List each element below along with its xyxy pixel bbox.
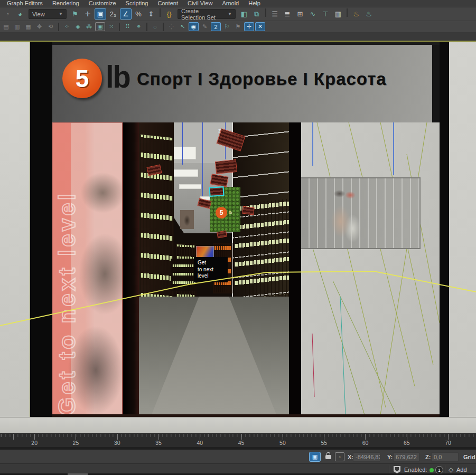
perspective-viewport[interactable]: 5 lb Спорт I Здоровье I Красота Get to n… [0, 41, 476, 433]
separator [163, 23, 164, 31]
snap-2d-icon[interactable]: 2 [211, 22, 221, 31]
menu-item[interactable]: Rendering [48, 0, 84, 7]
percent-snap-icon[interactable]: % [133, 8, 144, 20]
menu-item[interactable]: Graph Editors [2, 0, 48, 7]
scene-clock-icon[interactable]: ◕ [14, 8, 26, 20]
selection-lock-icon[interactable] [325, 455, 331, 459]
edit-poly-icon[interactable]: ▤ [1, 22, 11, 31]
menu-item[interactable]: Scripting [121, 0, 153, 7]
time-config-icon[interactable]: ◔ [2, 8, 13, 20]
gizmo-toggle-icon[interactable]: ◈ [73, 22, 83, 31]
enabled-label: Enabled: [404, 467, 427, 473]
3ds-max-window: Graph EditorsRenderingCustomizeScripting… [0, 0, 476, 475]
separator [58, 23, 59, 31]
divider [389, 466, 389, 473]
mirror-icon[interactable]: ◧ [238, 8, 250, 20]
cluster-select-icon[interactable]: ⁙ [106, 22, 116, 31]
scene-explorer-icon[interactable]: ☰ [269, 8, 281, 20]
draw-line-icon[interactable]: ✎ [200, 22, 210, 31]
timeline-label: 35 [138, 440, 179, 446]
snap-grid-icon[interactable]: ⁛ [166, 22, 176, 31]
snaps-toggle-icon[interactable]: 2₅ [107, 8, 119, 20]
select-region-icon[interactable]: ▣ [95, 22, 105, 31]
flag-outline-icon[interactable]: ⚐ [222, 22, 232, 31]
grid-points-icon[interactable]: ⠿ [123, 22, 133, 31]
separator [265, 8, 266, 17]
separator [347, 8, 348, 17]
flag-filled-icon[interactable]: ⚑ [233, 22, 243, 31]
chevron-down-icon: ▼ [59, 12, 63, 16]
modifier-tools-icon[interactable]: ▦ [23, 22, 33, 31]
y-coord-label: Y: [387, 454, 393, 460]
separator [160, 8, 161, 17]
y-coord-field[interactable]: 679,622 [393, 452, 419, 462]
select-and-move-icon[interactable]: ✛ [82, 8, 94, 20]
menu-bar: Graph EditorsRenderingCustomizeScripting… [0, 0, 476, 7]
timeline-label: 45 [220, 440, 262, 446]
timeline-label: 30 [97, 440, 138, 446]
timeline-label: 65 [386, 440, 427, 446]
pick-cursor-icon[interactable]: ↖ [178, 22, 188, 31]
separator [119, 23, 120, 31]
soft-selection-icon[interactable]: ⁘ [62, 22, 72, 31]
menu-item[interactable]: Civil View [183, 0, 217, 7]
schematic-view-icon[interactable]: ⊤ [320, 8, 331, 20]
ribbon-toggle-icon[interactable]: ⊞ [294, 8, 306, 20]
menu-item[interactable]: Customize [84, 0, 121, 7]
dotted-circle-icon[interactable]: ◌ [150, 22, 160, 31]
x-constraint-icon[interactable]: ✕ [255, 22, 265, 31]
create-selection-set-dropdown[interactable]: Create Selection Set▼ [178, 9, 236, 19]
menu-item[interactable]: Arnold [217, 0, 244, 7]
move-snap-icon[interactable]: ✛ [244, 22, 254, 31]
curve-editor-icon[interactable]: ∿ [307, 8, 319, 20]
paint-select-icon[interactable]: ⁂ [84, 22, 94, 31]
timeline-label: 70 [427, 440, 469, 446]
pivot-tools-icon[interactable]: ✥ [34, 22, 44, 31]
add-time-tag[interactable]: Add [456, 467, 467, 473]
notification-count-badge[interactable]: 1 [435, 466, 443, 474]
z-coord-field[interactable]: 0,0 [431, 452, 459, 462]
separator [146, 23, 147, 31]
secondary-toolbar: ▤▥▦✥⟲⁘◈⁂▣⁙⠿⚭◌⁛↖◉✎2⚐⚑✛✕ [0, 21, 476, 33]
align-icon[interactable]: ⧉ [251, 8, 263, 20]
timeline-label: 60 [344, 440, 386, 446]
spinner-snap-icon[interactable]: ⇕ [145, 8, 157, 20]
absolute-mode-button[interactable]: ▫ [335, 452, 344, 461]
major-ticks [0, 434, 476, 440]
timeline-label: 25 [55, 440, 96, 446]
timeline-label: 20 [14, 440, 55, 446]
chevron-down-icon: ▼ [228, 12, 232, 16]
ruler-labels: 2025303540455055606570 [14, 440, 469, 446]
rendered-frame-teapot-icon[interactable]: ♨ [363, 8, 375, 20]
isolate-icon: ▣ [312, 453, 318, 460]
divider [445, 466, 445, 473]
absolute-mode-icon: ▫ [339, 454, 340, 460]
x-coord-field[interactable]: -84946,828 [353, 452, 380, 462]
timeline-label: 55 [303, 440, 344, 446]
main-toolbar: ◔◕ View▼ ⚑✛▣2₅∠%⇕{} Create Selection Set… [0, 7, 476, 21]
use-center-icon[interactable]: ⚑ [69, 8, 81, 20]
timeline-label: 50 [262, 440, 303, 446]
render-setup-teapot-icon[interactable]: ♨ [350, 8, 362, 20]
time-ruler[interactable]: 2025303540455055606570 [0, 433, 476, 447]
angle-snap-icon[interactable]: ∠ [120, 8, 132, 20]
snap-toggle-active-icon[interactable]: ◉ [189, 22, 199, 31]
named-selection-sets-icon[interactable]: {} [163, 8, 175, 20]
transform-tools-icon[interactable]: ▥ [12, 22, 22, 31]
select-and-place-icon[interactable]: ▣ [95, 8, 106, 20]
isolate-selection-button[interactable]: ▣ [309, 452, 321, 462]
reference-coordinate-dropdown[interactable]: View▼ [29, 9, 67, 19]
status-bar: ▣ ▫ X: -84946,828 Y: 679,622 Z: 0,0 Grid [0, 450, 476, 463]
loop-tools-icon[interactable]: ⟲ [45, 22, 55, 31]
time-tag-icon: ◇ [449, 466, 453, 473]
grid-label: Grid [463, 454, 475, 460]
z-coord-label: Z: [425, 454, 431, 460]
menu-item[interactable]: Help [244, 0, 265, 7]
timeline-label: 40 [179, 440, 220, 446]
spline-guide-line[interactable] [0, 42, 476, 433]
enabled-status-dot [430, 468, 434, 472]
link-ovals-icon[interactable]: ⚭ [134, 22, 144, 31]
menu-item[interactable]: Content [153, 0, 183, 7]
material-editor-icon[interactable]: ▦ [332, 8, 344, 20]
layer-explorer-icon[interactable]: ≣ [282, 8, 293, 20]
